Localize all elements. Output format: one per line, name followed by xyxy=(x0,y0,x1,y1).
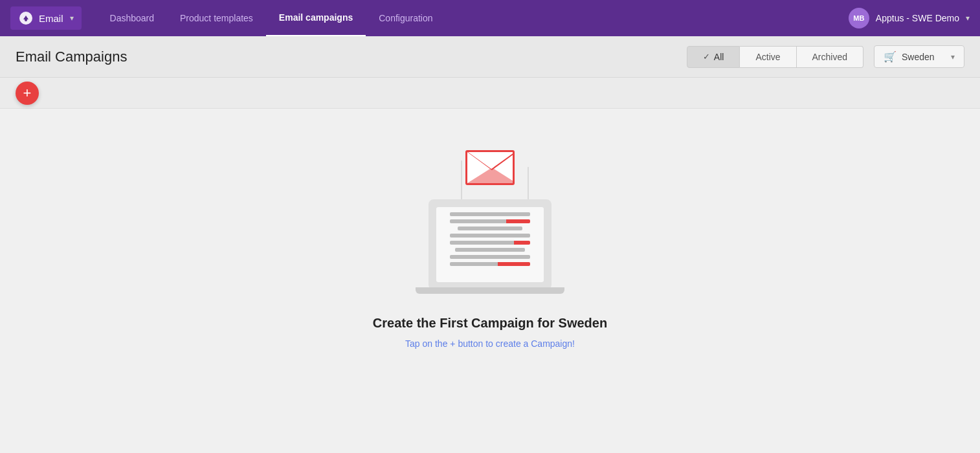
content-line xyxy=(458,226,522,230)
content-line xyxy=(450,234,531,238)
nav-links: Dashboard Product templates Email campai… xyxy=(97,0,849,36)
nav-link-dashboard[interactable]: Dashboard xyxy=(97,0,168,36)
store-selector[interactable]: 🛒 Sweden ▾ xyxy=(874,45,964,68)
header-bar: Email Campaigns ✓ All Active Archived 🛒 … xyxy=(0,36,980,78)
content-line xyxy=(450,262,531,266)
store-chevron-icon: ▾ xyxy=(951,52,955,61)
apptus-logo-icon xyxy=(18,10,34,26)
filter-tab-active[interactable]: Active xyxy=(740,46,796,68)
content-line xyxy=(450,255,531,259)
nav-link-configuration[interactable]: Configuration xyxy=(366,0,445,36)
laptop-base xyxy=(416,287,564,294)
screen xyxy=(436,207,544,282)
content-line xyxy=(450,241,531,245)
envelope xyxy=(465,150,515,186)
nav-brand[interactable]: Email ▾ xyxy=(10,6,82,30)
nav-brand-label: Email xyxy=(39,13,63,24)
content-line xyxy=(450,219,531,223)
nav-link-email-campaigns[interactable]: Email campaigns xyxy=(266,0,366,36)
plus-icon: + xyxy=(23,86,32,100)
laptop-body xyxy=(429,199,551,290)
navbar: Email ▾ Dashboard Product templates Emai… xyxy=(0,0,980,36)
content-line xyxy=(455,248,525,252)
basket-icon: 🛒 xyxy=(884,50,896,63)
page-title: Email Campaigns xyxy=(16,49,127,65)
filter-tab-all[interactable]: ✓ All xyxy=(687,46,741,68)
empty-state-illustration xyxy=(399,148,581,290)
empty-state-title: Create the First Campaign for Sweden xyxy=(373,316,607,331)
check-icon: ✓ xyxy=(703,52,710,61)
add-campaign-button[interactable]: + xyxy=(16,82,39,105)
avatar: MB xyxy=(849,8,869,28)
store-label: Sweden xyxy=(902,52,935,62)
nav-brand-chevron-icon: ▾ xyxy=(70,14,74,23)
main-content: Create the First Campaign for Sweden Tap… xyxy=(0,109,980,453)
user-name: Apptus - SWE Demo xyxy=(876,13,959,23)
user-menu-chevron-icon: ▾ xyxy=(966,14,970,23)
empty-state-subtitle: Tap on the + button to create a Campaign… xyxy=(405,338,575,349)
content-line xyxy=(450,212,531,216)
filter-tabs: ✓ All Active Archived xyxy=(687,46,863,68)
filter-tab-archived[interactable]: Archived xyxy=(797,46,863,68)
sub-action-bar: + xyxy=(0,78,980,109)
nav-user-menu[interactable]: MB Apptus - SWE Demo ▾ xyxy=(849,8,970,28)
nav-link-product-templates[interactable]: Product templates xyxy=(167,0,266,36)
svg-point-1 xyxy=(25,19,27,21)
